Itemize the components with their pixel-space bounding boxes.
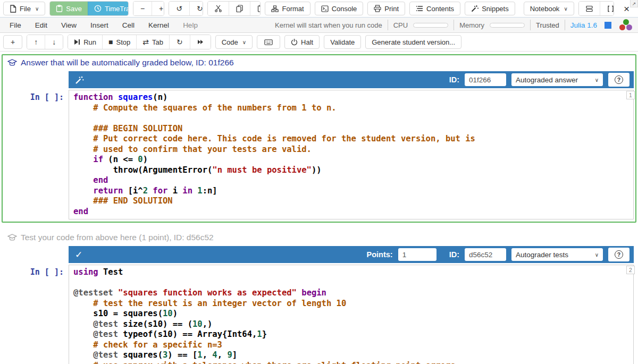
keyboard-icon xyxy=(264,39,273,45)
file-menu-button[interactable]: File ∨ xyxy=(3,2,45,15)
chevron-down-icon: ∨ xyxy=(595,252,599,258)
help-button[interactable]: ? xyxy=(608,73,629,87)
cell-actions-toolbar: + ↑ ↓ Run ■ Stop ⇄ Tab ↻ Code ∨ Halt Val… xyxy=(0,33,638,52)
input-prompt: In [ ]: xyxy=(4,90,69,219)
restart-run-all-button[interactable] xyxy=(190,35,211,49)
id-label: ID: xyxy=(449,250,459,259)
copy-button[interactable] xyxy=(229,2,250,15)
graduation-cap-icon xyxy=(7,59,17,66)
print-icon xyxy=(374,5,381,12)
kernel-name[interactable]: Julia 1.6 xyxy=(570,21,597,29)
undo-button[interactable]: ↺ xyxy=(169,2,189,15)
chevron-down-icon: ∨ xyxy=(595,77,599,83)
cell-type-select[interactable]: Autograded answer ∨ xyxy=(511,73,603,86)
snippets-button[interactable]: Snippets xyxy=(465,2,515,15)
cell-id-input[interactable] xyxy=(465,73,506,86)
add-cell-button[interactable]: + xyxy=(3,35,22,49)
cell-index-badge: 2 xyxy=(626,266,635,274)
contents-button[interactable]: Contents xyxy=(409,2,460,15)
help-button[interactable]: ? xyxy=(608,248,629,261)
clock-icon xyxy=(94,5,102,12)
brackets-layout-button[interactable] xyxy=(600,2,614,15)
stop-button[interactable]: ■ Stop xyxy=(102,35,136,49)
copy-icon xyxy=(236,5,243,12)
move-cell-down-button[interactable]: ↓ xyxy=(45,35,63,49)
keyboard-shortcuts-button[interactable] xyxy=(257,35,280,49)
move-cell-up-button[interactable]: ↑ xyxy=(27,35,45,49)
generate-student-version-button[interactable]: Generate student version... xyxy=(365,35,461,49)
restart-kernel-button[interactable]: ↻ xyxy=(169,35,190,49)
run-button[interactable]: Run xyxy=(68,35,102,49)
code-cell-tests[interactable]: Test your code from above here (1 point)… xyxy=(2,229,636,364)
help-icon: ? xyxy=(615,250,623,259)
undo-icon: ↺ xyxy=(176,5,182,12)
arrow-down-icon: ↓ xyxy=(52,38,56,46)
input-prompt: In [ ]: xyxy=(4,265,69,364)
print-button[interactable]: Print xyxy=(367,2,405,15)
graduation-cap-icon xyxy=(7,234,17,241)
console-icon xyxy=(321,5,329,12)
timetravel-button[interactable]: TimeTravel xyxy=(88,2,129,15)
run-icon xyxy=(74,39,80,45)
menu-item-file[interactable]: File xyxy=(10,21,21,29)
grow-cell-button[interactable]: + xyxy=(152,2,164,15)
notebook-menu-button[interactable]: Notebook ∨ xyxy=(524,2,574,15)
stop-icon: ■ xyxy=(108,38,113,46)
menu-bar: FileEditViewInsertCellKernelHelp Kernel … xyxy=(0,18,638,33)
paste-icon xyxy=(257,5,261,12)
tab-button[interactable]: ⇄ Tab xyxy=(136,35,169,49)
redo-icon: ↻ xyxy=(197,5,203,12)
cpu-label: CPU xyxy=(393,21,408,29)
magic-wand-icon xyxy=(471,5,478,12)
shrink-cell-button[interactable]: − xyxy=(133,2,152,15)
kernel-busy-indicator xyxy=(605,22,611,29)
points-label: Points: xyxy=(367,250,393,259)
notebook-area: Answer that will be automatically graded… xyxy=(0,52,638,364)
id-label: ID: xyxy=(449,75,459,84)
cut-button[interactable] xyxy=(208,2,229,15)
expand-icon: ↗ xyxy=(630,0,638,7)
magic-wand-white-icon xyxy=(75,75,84,84)
arrow-up-icon: ↑ xyxy=(34,38,38,46)
nbgrader-toolbar: ✓ Points: ID: Autograder tests ∨ ? xyxy=(69,246,634,263)
code-editor[interactable]: using Test@testset "squares function wor… xyxy=(69,265,634,364)
menu-item-cell[interactable]: Cell xyxy=(122,21,135,29)
menu-item-kernel[interactable]: Kernel xyxy=(148,21,169,29)
cell-type-dropdown[interactable]: Code ∨ xyxy=(215,35,253,49)
split-layout-icon xyxy=(586,5,593,12)
halt-button[interactable]: Halt xyxy=(284,35,320,49)
console-button[interactable]: Console xyxy=(315,2,364,15)
minus-icon: − xyxy=(140,5,145,12)
close-button[interactable]: × ↗ xyxy=(618,2,635,15)
menu-item-view[interactable]: View xyxy=(61,21,77,29)
menu-item-edit[interactable]: Edit xyxy=(35,21,47,29)
restart-icon: ↻ xyxy=(177,38,183,46)
nbgrader-heading-text: Answer that will be automatically graded… xyxy=(21,58,234,67)
plus-icon: + xyxy=(11,38,15,46)
brackets-icon xyxy=(607,5,614,12)
chevron-down-icon: ∨ xyxy=(564,6,567,12)
tab-icon: ⇄ xyxy=(142,38,149,46)
check-icon: ✓ xyxy=(75,249,82,260)
split-layout-button[interactable] xyxy=(579,2,600,15)
nbgrader-heading: Test your code from above here (1 point)… xyxy=(4,231,634,246)
chevron-down-icon: ∨ xyxy=(35,6,39,12)
validate-button[interactable]: Validate xyxy=(324,35,361,49)
memory-label: Memory xyxy=(459,21,484,29)
redo-button[interactable]: ↻ xyxy=(189,2,203,15)
menu-item-help[interactable]: Help xyxy=(183,21,198,29)
cell-id-input[interactable] xyxy=(465,248,506,261)
nbgrader-heading-text: Test your code from above here (1 point)… xyxy=(21,233,214,242)
code-cell-answer[interactable]: Answer that will be automatically graded… xyxy=(2,54,636,223)
format-button[interactable]: Format xyxy=(265,2,310,15)
power-icon xyxy=(291,38,298,46)
save-button[interactable]: Save xyxy=(50,2,88,15)
close-icon: × xyxy=(624,4,629,14)
cell-type-select[interactable]: Autograder tests ∨ xyxy=(511,248,603,261)
code-editor[interactable]: function squares(n) # Compute the square… xyxy=(69,90,634,219)
menu-item-insert[interactable]: Insert xyxy=(90,21,108,29)
points-input[interactable] xyxy=(398,248,436,261)
paste-button[interactable] xyxy=(250,2,261,15)
kernel-status-text: Kernel will start when you run code xyxy=(275,21,382,29)
format-icon xyxy=(271,5,279,12)
